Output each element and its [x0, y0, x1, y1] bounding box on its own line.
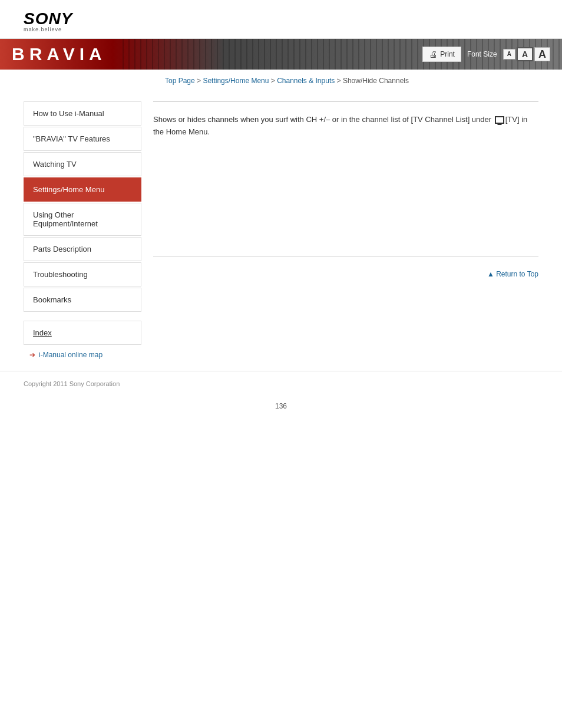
sidebar-item-troubleshooting-label: Troubleshooting — [33, 270, 88, 279]
font-large-button[interactable]: A — [534, 47, 550, 61]
sidebar-item-bookmarks-label: Bookmarks — [33, 295, 71, 304]
sidebar-item-equipment[interactable]: Using Other Equipment/Internet — [24, 203, 141, 236]
breadcrumb-sep3: > — [337, 77, 343, 85]
bravia-title: BRAVIA — [12, 44, 107, 64]
print-icon: 🖨 — [429, 50, 437, 59]
return-top-link[interactable]: ▲ Return to Top — [487, 270, 538, 278]
sidebar-item-troubleshooting[interactable]: Troubleshooting — [24, 262, 141, 286]
font-size-controls: A A A — [503, 47, 550, 61]
content-divider — [153, 101, 538, 102]
sony-tagline: make.believe — [24, 27, 538, 32]
page-number: 136 — [0, 396, 562, 416]
sidebar-item-settings[interactable]: Settings/Home Menu — [24, 177, 141, 202]
bravia-banner: BRAVIA 🖨 Print Font Size A A A — [0, 39, 562, 70]
breadcrumb-sep2: > — [271, 77, 277, 85]
print-button[interactable]: 🖨 Print — [422, 47, 461, 62]
banner-controls: 🖨 Print Font Size A A A — [422, 47, 550, 62]
sidebar-item-how-to-use-label: How to Use i-Manual — [33, 109, 104, 118]
breadcrumb-top-page[interactable]: Top Page — [165, 77, 195, 85]
sidebar-item-bookmarks[interactable]: Bookmarks — [24, 288, 141, 312]
sony-brand-name: SONY — [24, 11, 538, 27]
breadcrumb-sep1: > — [197, 77, 203, 85]
sidebar-item-watching-tv[interactable]: Watching TV — [24, 152, 141, 176]
sidebar-item-bravia-features[interactable]: "BRAVIA" TV Features — [24, 127, 141, 151]
content-area: Shows or hides channels when you surf wi… — [141, 90, 562, 371]
sidebar-item-how-to-use[interactable]: How to Use i-Manual — [24, 101, 141, 126]
content-body: Shows or hides channels when you surf wi… — [153, 114, 538, 139]
breadcrumb: Top Page > Settings/Home Menu > Channels… — [0, 70, 562, 90]
font-size-label: Font Size — [467, 50, 497, 58]
sidebar-index-label: Index — [33, 328, 52, 337]
font-medium-button[interactable]: A — [517, 47, 533, 61]
breadcrumb-current: Show/Hide Channels — [343, 77, 409, 85]
sony-logo: SONY make.believe — [24, 11, 538, 32]
font-small-button[interactable]: A — [503, 49, 515, 60]
sidebar-index[interactable]: Index — [24, 321, 141, 345]
sidebar-item-parts-label: Parts Description — [33, 245, 91, 253]
return-top-triangle: ▲ — [487, 270, 496, 278]
main-layout: How to Use i-Manual "BRAVIA" TV Features… — [0, 90, 562, 371]
arrow-icon: ➔ — [29, 351, 35, 359]
return-to-top: ▲ Return to Top — [153, 256, 538, 284]
sidebar-item-parts[interactable]: Parts Description — [24, 237, 141, 261]
online-map-label: i-Manual online map — [39, 351, 103, 359]
sidebar-item-watching-tv-label: Watching TV — [33, 160, 77, 169]
return-top-label: Return to Top — [496, 270, 538, 278]
breadcrumb-channels[interactable]: Channels & Inputs — [277, 77, 335, 85]
sidebar-item-equipment-label: Using Other Equipment/Internet — [33, 210, 98, 228]
footer: Copyright 2011 Sony Corporation — [0, 371, 562, 396]
breadcrumb-settings[interactable]: Settings/Home Menu — [203, 77, 269, 85]
print-label: Print — [440, 50, 455, 58]
copyright: Copyright 2011 Sony Corporation — [24, 380, 120, 387]
sidebar-item-bravia-features-label: "BRAVIA" TV Features — [33, 134, 110, 143]
online-map-link[interactable]: ➔ i-Manual online map — [24, 351, 141, 359]
sony-header: SONY make.believe — [0, 0, 562, 39]
sidebar-item-settings-label: Settings/Home Menu — [33, 185, 104, 194]
sidebar: How to Use i-Manual "BRAVIA" TV Features… — [0, 90, 141, 371]
